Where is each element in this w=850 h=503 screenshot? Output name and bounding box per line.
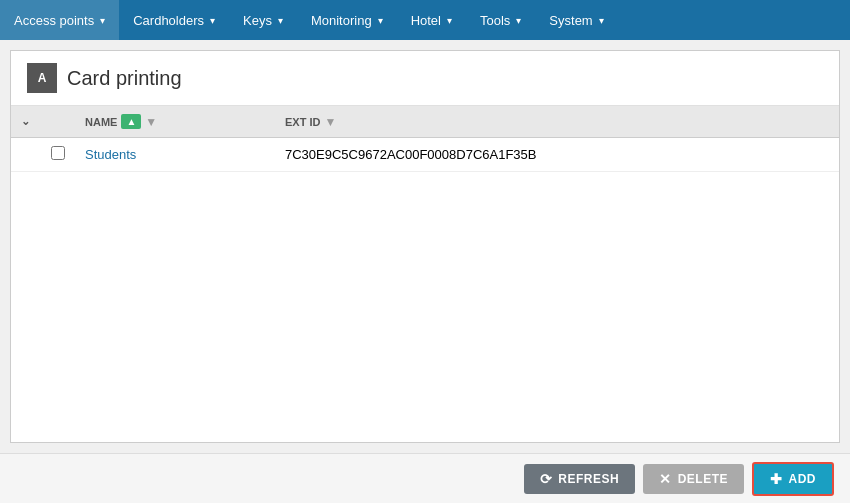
nav-item-monitoring[interactable]: Monitoring ▾ bbox=[297, 0, 397, 40]
navbar: Access points ▾ Cardholders ▾ Keys ▾ Mon… bbox=[0, 0, 850, 40]
th-expand[interactable]: ⌄ bbox=[11, 106, 41, 138]
table-header: ⌄ NAME ▲ ▼ EXT ID ▼ bbox=[11, 106, 839, 138]
nav-item-access-points[interactable]: Access points ▾ bbox=[0, 0, 119, 40]
sort-asc-icon[interactable]: ▲ bbox=[121, 114, 141, 129]
nav-label-cardholders: Cardholders bbox=[133, 13, 204, 28]
delete-icon: ✕ bbox=[659, 471, 672, 487]
nav-arrow-tools: ▾ bbox=[516, 15, 521, 26]
th-ext-id: EXT ID ▼ bbox=[275, 106, 839, 138]
main-panel: A Card printing ⌄ NAME ▲ ▼ bbox=[10, 50, 840, 443]
refresh-icon: ⟳ bbox=[540, 471, 553, 487]
table-row: Students 7C30E9C5C9672AC00F0008D7C6A1F35… bbox=[11, 138, 839, 172]
row-extid-value: 7C30E9C5C9672AC00F0008D7C6A1F35B bbox=[285, 147, 537, 162]
row-extid-cell: 7C30E9C5C9672AC00F0008D7C6A1F35B bbox=[275, 138, 839, 172]
filter-extid-icon[interactable]: ▼ bbox=[324, 115, 336, 129]
nav-arrow-access-points: ▾ bbox=[100, 15, 105, 26]
add-button[interactable]: ✚ ADD bbox=[752, 462, 834, 496]
nav-label-tools: Tools bbox=[480, 13, 510, 28]
nav-item-keys[interactable]: Keys ▾ bbox=[229, 0, 297, 40]
col-name-label: NAME bbox=[85, 116, 117, 128]
nav-arrow-cardholders: ▾ bbox=[210, 15, 215, 26]
page-title-icon: A bbox=[27, 63, 57, 93]
add-label: ADD bbox=[789, 472, 817, 486]
nav-item-tools[interactable]: Tools ▾ bbox=[466, 0, 535, 40]
table-body: Students 7C30E9C5C9672AC00F0008D7C6A1F35… bbox=[11, 138, 839, 172]
filter-name-icon[interactable]: ▼ bbox=[145, 115, 157, 129]
bottom-bar: ⟳ REFRESH ✕ DELETE ✚ ADD bbox=[0, 453, 850, 503]
th-checkbox bbox=[41, 106, 75, 138]
th-name: NAME ▲ ▼ bbox=[75, 106, 275, 138]
expand-icon: ⌄ bbox=[21, 115, 30, 127]
row-checkbox[interactable] bbox=[51, 146, 65, 160]
nav-arrow-monitoring: ▾ bbox=[378, 15, 383, 26]
nav-item-hotel[interactable]: Hotel ▾ bbox=[397, 0, 466, 40]
nav-arrow-hotel: ▾ bbox=[447, 15, 452, 26]
row-name-cell: Students bbox=[75, 138, 275, 172]
col-extid-label: EXT ID bbox=[285, 116, 320, 128]
nav-arrow-keys: ▾ bbox=[278, 15, 283, 26]
refresh-label: REFRESH bbox=[558, 472, 619, 486]
nav-item-cardholders[interactable]: Cardholders ▾ bbox=[119, 0, 229, 40]
nav-label-keys: Keys bbox=[243, 13, 272, 28]
nav-label-hotel: Hotel bbox=[411, 13, 441, 28]
nav-label-system: System bbox=[549, 13, 592, 28]
nav-label-access-points: Access points bbox=[14, 13, 94, 28]
nav-label-monitoring: Monitoring bbox=[311, 13, 372, 28]
row-expand-cell bbox=[11, 138, 41, 172]
nav-item-system[interactable]: System ▾ bbox=[535, 0, 617, 40]
delete-button[interactable]: ✕ DELETE bbox=[643, 464, 744, 494]
refresh-button[interactable]: ⟳ REFRESH bbox=[524, 464, 635, 494]
add-icon: ✚ bbox=[770, 471, 783, 487]
card-printing-table: ⌄ NAME ▲ ▼ EXT ID ▼ bbox=[11, 106, 839, 172]
app-container: Access points ▾ Cardholders ▾ Keys ▾ Mon… bbox=[0, 0, 850, 503]
nav-arrow-system: ▾ bbox=[599, 15, 604, 26]
row-checkbox-cell bbox=[41, 138, 75, 172]
card-printing-icon: A bbox=[38, 71, 47, 85]
delete-label: DELETE bbox=[678, 472, 728, 486]
row-name-link[interactable]: Students bbox=[85, 147, 136, 162]
page-title: Card printing bbox=[67, 67, 182, 90]
page-title-bar: A Card printing bbox=[11, 51, 839, 106]
